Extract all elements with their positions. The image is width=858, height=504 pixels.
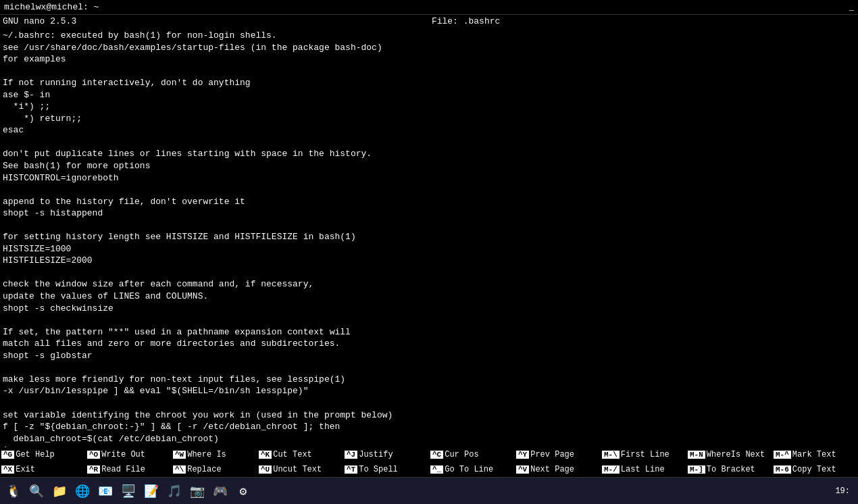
shortcut-item: ^OWrite Out: [86, 449, 172, 460]
taskbar-icon-terminal[interactable]: 🖥️: [118, 480, 139, 502]
editor-area[interactable]: ~/.bashrc: executed by bash(1) for non-l…: [0, 28, 858, 447]
taskbar-icon-email[interactable]: 📧: [95, 480, 116, 502]
shortcut-item: ^\Replace: [172, 464, 257, 475]
shortcut-key: ^O: [87, 451, 100, 459]
shortcut-key: ^K: [259, 451, 272, 459]
shortcut-key: ^G: [1, 451, 14, 459]
shortcut-label: Exit: [16, 465, 35, 474]
shortcut-label: Get Help: [16, 450, 55, 459]
shortcut-key: M-/: [602, 465, 620, 474]
title-bar-left: michelwx@michel: ~: [4, 2, 99, 12]
shortcut-item: ^XExit: [0, 464, 86, 475]
terminal-title: michelwx@michel: ~: [4, 2, 99, 12]
shortcut-label: Last Line: [621, 465, 665, 474]
shortcut-item: ^UUncut Text: [257, 464, 343, 475]
shortcut-item: M-6Copy Text: [772, 464, 858, 475]
shortcut-label: Where Is: [187, 450, 226, 459]
title-bar: michelwx@michel: ~ _: [0, 0, 858, 15]
shortcuts-bar: ^GGet Help^OWrite Out^WWhere Is^KCut Tex…: [0, 447, 858, 477]
taskbar-icon-games[interactable]: 🎮: [209, 480, 231, 502]
shortcut-item: ^VNext Page: [515, 464, 601, 475]
shortcut-key: ^\: [173, 465, 186, 474]
shortcut-label: To Spell: [359, 465, 398, 474]
shortcut-label: Read File: [101, 465, 145, 474]
shortcut-label: Copy Text: [792, 465, 836, 474]
shortcut-item: ^WWhere Is: [172, 449, 257, 460]
shortcut-item: ^KCut Text: [257, 449, 343, 460]
shortcut-label: To Bracket: [707, 465, 755, 474]
shortcut-item: ^CCur Pos: [429, 449, 515, 460]
shortcut-item: ^GGet Help: [0, 449, 86, 460]
shortcut-key: ^U: [259, 465, 272, 474]
shortcut-key: ^Y: [516, 451, 529, 459]
shortcut-label: Next Page: [530, 465, 574, 474]
shortcut-label: Go To Line: [445, 465, 493, 474]
shortcut-key: ^X: [1, 465, 14, 474]
shortcut-label: Write Out: [101, 450, 145, 459]
taskbar-icon-search[interactable]: 🔍: [26, 480, 47, 502]
taskbar-icon-music[interactable]: 🎵: [163, 480, 185, 502]
shortcut-item: ^_Go To Line: [429, 464, 515, 475]
taskbar: 🐧 🔍 📁 🌐 📧 🖥️ 📝 🎵 📷 🎮 ⚙️ 19:: [0, 477, 858, 504]
shortcut-item: ^JJustify: [343, 449, 429, 460]
shortcut-item: M-/Last Line: [601, 464, 686, 475]
shortcut-item: ^TTo Spell: [343, 464, 429, 475]
shortcut-row-1: ^GGet Help^OWrite Out^WWhere Is^KCut Tex…: [0, 447, 858, 462]
shortcut-key: ^C: [430, 451, 443, 459]
nano-version: GNU nano 2.5.3: [3, 16, 76, 27]
shortcut-item: M-\First Line: [601, 449, 686, 460]
shortcut-key: M-6: [774, 465, 791, 474]
taskbar-icon-text[interactable]: 📝: [141, 480, 162, 502]
shortcut-label: Justify: [359, 450, 393, 459]
shortcut-key: ^R: [87, 465, 100, 474]
taskbar-time: 19:: [835, 486, 855, 496]
minimize-button[interactable]: _: [849, 3, 854, 12]
shortcut-label: Uncut Text: [273, 465, 322, 474]
nano-file: File: .bashrc: [76, 16, 855, 27]
shortcut-label: Prev Page: [530, 450, 574, 459]
shortcut-label: Replace: [187, 465, 221, 474]
shortcut-key: M-^: [774, 451, 791, 459]
shortcut-key: ^_: [430, 465, 443, 474]
shortcut-label: First Line: [621, 450, 670, 459]
taskbar-icon-photo[interactable]: 📷: [186, 480, 208, 502]
shortcut-item: M-NWhereIs Next: [686, 449, 772, 460]
shortcut-key: M-\: [602, 451, 620, 459]
shortcut-item: M-]To Bracket: [686, 464, 772, 475]
shortcut-label: Mark Text: [792, 450, 836, 459]
taskbar-icon-linux[interactable]: 🐧: [3, 480, 24, 502]
shortcut-label: WhereIs Next: [707, 450, 765, 459]
nano-header: GNU nano 2.5.3 File: .bashrc: [0, 15, 858, 28]
shortcut-row-2: ^XExit^RRead File^\Replace^UUncut Text^T…: [0, 462, 858, 477]
shortcut-item: ^RRead File: [86, 464, 172, 475]
shortcut-key: ^V: [516, 465, 529, 474]
shortcut-key: ^J: [345, 451, 357, 459]
shortcut-key: M-N: [688, 451, 705, 459]
shortcut-key: M-]: [688, 465, 705, 474]
shortcut-label: Cur Pos: [445, 450, 478, 459]
taskbar-icon-files[interactable]: 📁: [49, 480, 70, 502]
shortcut-label: Cut Text: [273, 450, 312, 459]
shortcut-key: ^W: [173, 451, 186, 459]
taskbar-icon-settings[interactable]: ⚙️: [232, 480, 254, 502]
shortcut-item: M-^Mark Text: [772, 449, 858, 460]
shortcut-item: ^YPrev Page: [515, 449, 601, 460]
taskbar-icon-browser[interactable]: 🌐: [72, 480, 93, 502]
shortcut-key: ^T: [345, 465, 357, 474]
